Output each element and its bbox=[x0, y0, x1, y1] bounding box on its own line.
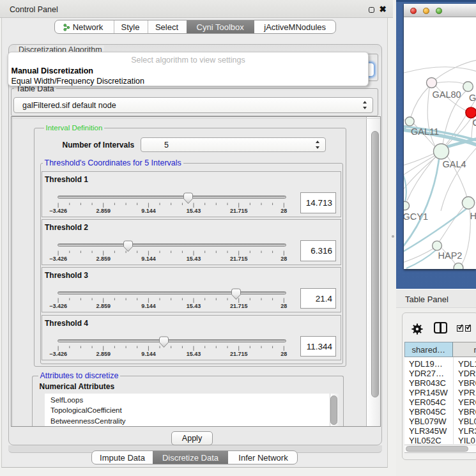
svg-text:GCY1: GCY1 bbox=[404, 211, 428, 222]
svg-text:HAP2: HAP2 bbox=[438, 250, 463, 261]
svg-text:GAL11: GAL11 bbox=[411, 127, 439, 137]
svg-text:GAL4: GAL4 bbox=[443, 159, 466, 169]
svg-text:GAL80: GAL80 bbox=[433, 89, 461, 100]
svg-text:H: H bbox=[470, 211, 476, 221]
svg-text:GA: GA bbox=[469, 93, 476, 103]
svg-text:C: C bbox=[473, 118, 476, 128]
